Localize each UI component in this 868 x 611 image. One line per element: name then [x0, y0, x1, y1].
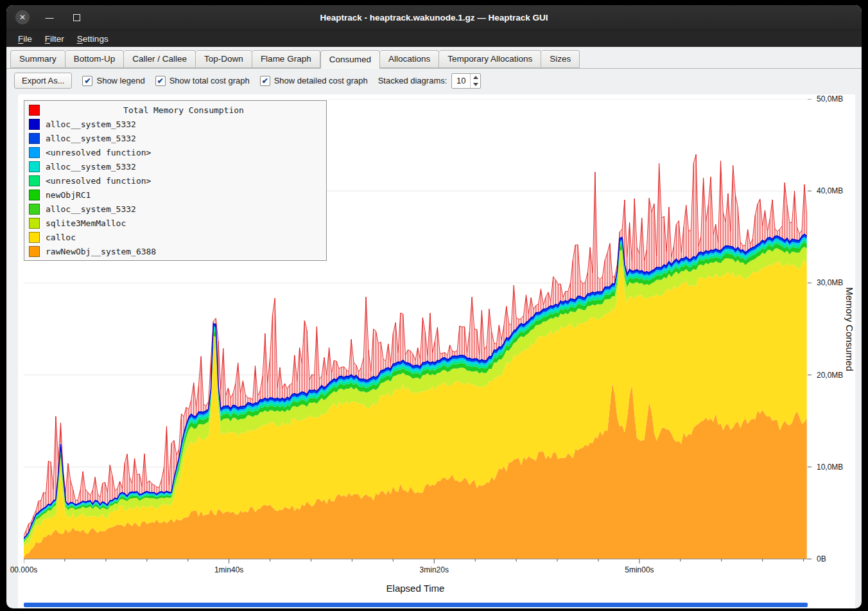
legend-item: sqlite3MemMalloc — [24, 216, 326, 230]
legend-item-label: sqlite3MemMalloc — [46, 218, 126, 228]
legend-swatch — [29, 232, 40, 243]
spin-up-button[interactable] — [471, 74, 480, 81]
tab-top-down[interactable]: Top-Down — [196, 50, 252, 68]
y-tick-label: 0B — [817, 554, 826, 563]
checkbox-show-detailed-cost-graph[interactable]: ✔Show detailed cost graph — [260, 76, 368, 86]
stacked-diagrams-label: Stacked diagrams: — [378, 76, 447, 85]
legend-item-label: <unresolved function> — [46, 148, 151, 157]
minimize-button[interactable]: — — [42, 10, 56, 24]
x-tick-label: 3min20s — [420, 565, 449, 574]
legend-swatch — [29, 161, 40, 172]
y-axis-title: Memory Consumed — [844, 287, 855, 371]
legend-swatch — [29, 133, 40, 144]
maximize-button[interactable] — [69, 10, 83, 24]
checkbox-label: Show total cost graph — [169, 76, 250, 85]
legend-item-label: calloc — [46, 233, 76, 242]
export-as-button[interactable]: Export As... — [14, 73, 72, 89]
legend-item: alloc__system_5332 — [24, 117, 326, 131]
menu-bar: FileFilterSettings — [6, 30, 862, 47]
checkbox-label: Show legend — [96, 76, 144, 85]
legend-item: <unresolved function> — [24, 173, 326, 188]
legend-item: alloc__system_5332 — [24, 131, 326, 145]
tab-bar: SummaryBottom-UpCaller / CalleeTop-DownF… — [6, 47, 862, 69]
tab-bottom-up[interactable]: Bottom-Up — [65, 50, 125, 68]
legend-swatch — [29, 218, 40, 229]
tab-consumed[interactable]: Consumed — [320, 50, 380, 69]
y-tick-label: 40,0MB — [817, 186, 843, 195]
y-tick-label: 20,0MB — [817, 371, 843, 380]
checkbox-box: ✔ — [155, 76, 166, 86]
legend-swatch — [29, 246, 40, 257]
close-button[interactable]: ✕ — [15, 10, 30, 24]
legend-item-label: alloc__system_5332 — [46, 120, 136, 129]
checkbox-show-legend[interactable]: ✔Show legend — [82, 76, 144, 86]
legend-item: alloc__system_5332 — [24, 159, 326, 173]
menu-item-filter[interactable]: Filter — [39, 32, 71, 46]
tab-summary[interactable]: Summary — [10, 50, 65, 68]
legend-item-label: newObjRC1 — [46, 190, 91, 200]
tab-temporary-allocations[interactable]: Temporary Allocations — [439, 50, 541, 68]
legend-item: <unresolved function> — [24, 145, 326, 159]
legend-item-label: alloc__system_5332 — [46, 162, 136, 172]
legend-swatch — [29, 119, 40, 130]
timeline-range-slider[interactable] — [24, 603, 808, 607]
tab-caller-callee[interactable]: Caller / Callee — [124, 50, 196, 68]
legend-swatch — [29, 175, 40, 186]
consumed-chart-panel: Total Memory Consumptionalloc__system_53… — [18, 94, 855, 608]
window-controls: ✕ — — [15, 5, 83, 30]
spin-up-icon — [473, 76, 478, 79]
checkbox-group: ✔Show legend✔Show total cost graph✔Show … — [82, 76, 367, 86]
x-tick-label: 00.000s — [10, 565, 38, 574]
tab-sizes[interactable]: Sizes — [541, 50, 580, 68]
legend-item: calloc — [24, 230, 326, 244]
spin-buttons — [470, 74, 480, 88]
legend-item-label: rawNewObj__system_6388 — [46, 247, 156, 256]
legend-item-label: <unresolved function> — [46, 176, 151, 186]
legend-swatch — [29, 147, 40, 158]
spin-down-icon — [473, 83, 478, 86]
legend-title: Total Memory Consumption — [46, 105, 322, 115]
x-tick-label: 5min00s — [625, 565, 654, 574]
legend-item: alloc__system_5332 — [24, 202, 326, 216]
legend-item-label: alloc__system_5332 — [46, 204, 136, 214]
checkbox-box: ✔ — [82, 76, 92, 86]
menu-item-file[interactable]: File — [12, 32, 39, 46]
chart-legend: Total Memory Consumptionalloc__system_53… — [24, 100, 327, 261]
legend-item-label: alloc__system_5332 — [46, 134, 136, 143]
checkbox-box: ✔ — [260, 76, 270, 86]
legend-swatch — [29, 204, 40, 215]
legend-swatch-total — [29, 105, 40, 116]
toolbar: Export As... ✔Show legend✔Show total cos… — [6, 69, 862, 93]
checkbox-show-total-cost-graph[interactable]: ✔Show total cost graph — [155, 76, 250, 86]
tab-flame-graph[interactable]: Flame Graph — [252, 50, 320, 68]
titlebar: ✕ — Heaptrack - heaptrack.wakunode.1.gz … — [6, 5, 862, 30]
y-tick-label: 10,0MB — [817, 463, 843, 472]
maximize-icon — [73, 14, 80, 21]
legend-item: newObjRC1 — [24, 188, 326, 202]
y-tick-label: 50,0MB — [817, 94, 843, 103]
x-tick-label: 1min40s — [214, 565, 243, 574]
tab-allocations[interactable]: Allocations — [380, 50, 439, 68]
menu-item-settings[interactable]: Settings — [71, 32, 115, 46]
stacked-diagrams-value: 10 — [452, 74, 470, 88]
stacked-diagrams-control: Stacked diagrams: 10 — [378, 73, 482, 89]
app-window: ✕ — Heaptrack - heaptrack.wakunode.1.gz … — [6, 5, 862, 608]
y-tick-label: 30,0MB — [817, 278, 843, 287]
x-axis-title: Elapsed Time — [386, 583, 445, 594]
checkbox-label: Show detailed cost graph — [274, 76, 368, 85]
window-title: Heaptrack - heaptrack.wakunode.1.gz — He… — [6, 13, 862, 22]
spin-down-button[interactable] — [471, 81, 480, 88]
stacked-diagrams-spinbox[interactable]: 10 — [451, 73, 481, 89]
legend-item: rawNewObj__system_6388 — [24, 244, 326, 258]
legend-title-row: Total Memory Consumption — [24, 103, 326, 117]
legend-swatch — [29, 190, 40, 200]
